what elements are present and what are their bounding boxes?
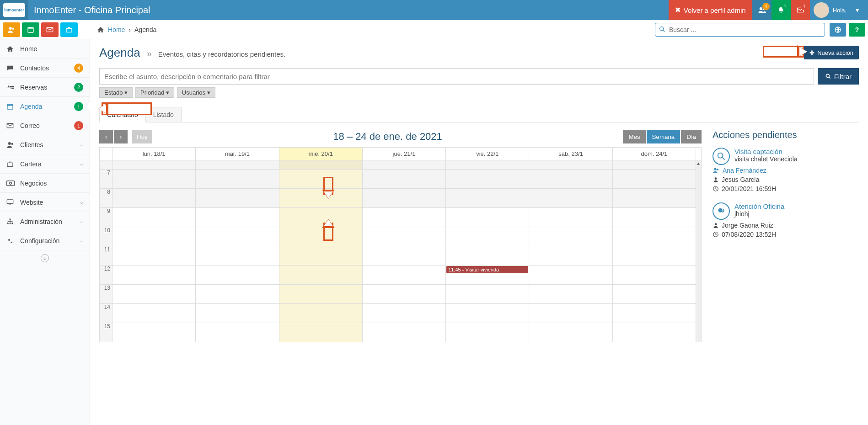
bell-badge: 1: [782, 3, 789, 10]
help-button[interactable]: ?: [849, 23, 865, 37]
topbar: inmoenter InmoEnter - Oficina Principal …: [0, 0, 868, 20]
brand-title: InmoEnter - Oficina Principal: [28, 5, 150, 16]
logo-text: inmoenter: [3, 3, 25, 17]
breadcrumb-home[interactable]: Home: [108, 26, 125, 33]
search-wrap: [655, 23, 825, 37]
users-button[interactable]: 4: [752, 0, 772, 20]
quick-actions: [0, 22, 91, 37]
notifications-button[interactable]: 1: [772, 0, 791, 20]
mail-button[interactable]: 1: [791, 0, 810, 20]
back-to-admin-label: Volver a perfil admin: [684, 6, 746, 14]
secondbar: Home › Agenda ?: [0, 20, 868, 39]
calendar-icon: [27, 26, 34, 33]
briefcase-icon: [65, 26, 73, 33]
user-menu[interactable]: Hola, ▾: [810, 2, 868, 18]
avatar: [814, 2, 829, 18]
users-icon: [7, 26, 16, 34]
svg-rect-4: [28, 27, 33, 32]
close-icon: ✖: [675, 6, 681, 14]
svg-point-7: [660, 27, 664, 30]
breadcrumb: Home › Agenda: [91, 26, 156, 33]
breadcrumb-separator: ›: [129, 26, 131, 33]
greeting: Hola,: [833, 7, 847, 14]
logo[interactable]: inmoenter: [0, 0, 28, 20]
quick-calendar-button[interactable]: [22, 22, 39, 37]
quick-briefcase-button[interactable]: [60, 22, 78, 37]
breadcrumb-current: Agenda: [134, 26, 156, 33]
svg-point-3: [12, 27, 15, 30]
search-input[interactable]: [655, 23, 825, 37]
globe-icon: [834, 26, 841, 33]
quick-mail-button[interactable]: [41, 22, 59, 37]
envelope-icon: [46, 26, 54, 33]
globe-button[interactable]: [830, 23, 846, 37]
caret-down-icon: ▾: [856, 6, 859, 14]
quick-users-button[interactable]: [3, 22, 20, 37]
search-icon: [659, 26, 666, 33]
svg-rect-6: [66, 28, 72, 32]
mail-badge: 1: [801, 3, 808, 10]
home-icon: [97, 26, 104, 33]
question-icon: ?: [855, 26, 859, 33]
svg-point-0: [759, 7, 762, 10]
back-to-admin-button[interactable]: ✖ Volver a perfil admin: [669, 0, 752, 20]
svg-point-2: [9, 27, 12, 30]
users-badge: 4: [762, 3, 770, 10]
